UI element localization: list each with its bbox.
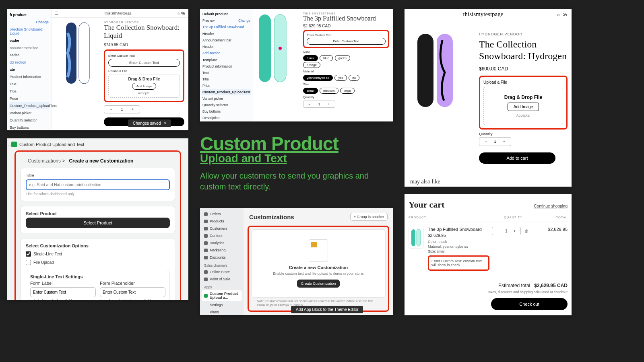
size-large[interactable]: large bbox=[340, 88, 355, 94]
add-to-cart-button[interactable]: Add to cart bbox=[479, 152, 555, 164]
cart-icon[interactable]: 🛍 bbox=[181, 11, 185, 15]
search-icon[interactable]: ⌕ bbox=[557, 12, 560, 17]
nav-app[interactable]: Custom Product Upload a... bbox=[202, 290, 242, 301]
qty-stepper[interactable]: −1+ bbox=[492, 227, 521, 235]
qty-minus[interactable]: − bbox=[497, 229, 499, 233]
qty-plus[interactable]: + bbox=[503, 140, 505, 144]
default-product: Default product bbox=[202, 10, 251, 17]
block-title[interactable]: Title bbox=[202, 76, 251, 82]
custom-text-input[interactable]: Enter Custom Text bbox=[108, 59, 180, 67]
block-text[interactable]: Text bbox=[9, 80, 50, 88]
continue-shopping-link[interactable]: Continue shopping bbox=[534, 204, 568, 208]
block-price[interactable]: Price bbox=[9, 95, 50, 102]
nav-analytics[interactable]: Analytics bbox=[202, 239, 242, 247]
opt-file-upload-check[interactable] bbox=[26, 260, 31, 265]
select-product-button[interactable]: Select Product bbox=[26, 218, 170, 228]
nav-plans[interactable]: Plans bbox=[202, 309, 242, 315]
qty-stepper[interactable]: −1+ bbox=[104, 105, 140, 113]
qty-minus[interactable]: − bbox=[110, 107, 112, 111]
block-productinfo[interactable]: Product information bbox=[202, 63, 251, 70]
add-block[interactable]: Add block bbox=[202, 121, 251, 121]
block-variant[interactable]: Variant picker bbox=[202, 95, 251, 102]
color-green[interactable]: green bbox=[335, 55, 350, 61]
block-qty[interactable]: Quantity selector bbox=[9, 117, 50, 124]
announcement-bar[interactable]: Announcement bar bbox=[202, 37, 251, 43]
close-icon[interactable]: × bbox=[164, 121, 167, 125]
qty-minus[interactable]: − bbox=[485, 140, 487, 144]
custom-text-input[interactable]: Enter Custom Text bbox=[307, 38, 386, 45]
qty-plus[interactable]: + bbox=[513, 229, 516, 233]
menu-icon[interactable]: ☰ bbox=[55, 11, 58, 15]
opt-single-line[interactable]: Single-Line Text bbox=[26, 250, 170, 258]
svg-rect-1 bbox=[79, 23, 89, 84]
material-label: Material bbox=[303, 70, 389, 73]
opt-single-line-check[interactable] bbox=[26, 251, 31, 257]
qty-stepper[interactable]: −1+ bbox=[303, 101, 335, 108]
block-price[interactable]: Price bbox=[202, 82, 251, 89]
announcement-bar[interactable]: nnouncement bar bbox=[9, 44, 50, 51]
nav-marketing[interactable]: Marketing bbox=[202, 247, 242, 254]
block-qty[interactable]: Quantity selector bbox=[202, 102, 251, 108]
nav-settings[interactable]: Settings bbox=[202, 301, 242, 309]
block-buy[interactable]: Buy buttons bbox=[9, 124, 50, 130]
nav-discounts[interactable]: Discounts bbox=[202, 254, 242, 261]
add-image-button[interactable]: Add Image bbox=[132, 83, 157, 90]
create-customization-button[interactable]: Create Customization bbox=[297, 280, 340, 288]
preview-name[interactable]: The 3p Fulfilled Snowboard bbox=[202, 24, 251, 30]
nav-pos[interactable]: Point of Sale bbox=[202, 276, 242, 283]
qty-minus[interactable]: − bbox=[309, 102, 311, 106]
dropzone[interactable]: Drag & Drop File Add Image Accepts: bbox=[108, 74, 180, 98]
group-button[interactable]: + Group in another bbox=[350, 213, 388, 221]
form-placeholder-input[interactable] bbox=[100, 287, 165, 297]
discounts-icon bbox=[204, 256, 208, 259]
size-small[interactable]: small bbox=[303, 88, 318, 94]
nav-content[interactable]: Content bbox=[202, 232, 242, 239]
options-header: Select Customization Options bbox=[26, 243, 170, 248]
block-desc[interactable]: Description bbox=[202, 115, 251, 121]
block-productinfo[interactable]: Product information bbox=[9, 73, 50, 80]
sidebar-p2: Default product PreviewChange The 3p Ful… bbox=[200, 9, 253, 121]
change-link[interactable]: Change bbox=[9, 19, 50, 26]
title-input[interactable] bbox=[26, 179, 170, 190]
change-link[interactable]: Change bbox=[238, 19, 250, 23]
item-price: $2,629.95 bbox=[428, 233, 489, 238]
qty-plus[interactable]: + bbox=[328, 102, 330, 106]
add-section[interactable]: dd section bbox=[9, 59, 50, 66]
material-1[interactable]: yes bbox=[334, 75, 347, 81]
material-0[interactable]: yesnomaybe so bbox=[303, 75, 333, 81]
material-2[interactable]: no bbox=[349, 75, 359, 81]
qty-stepper[interactable]: −1+ bbox=[479, 137, 511, 146]
dropzone[interactable]: Drag & Drop File Add Image Accepts: bbox=[483, 87, 563, 125]
item-title[interactable]: The 3p Fulfilled Snowboard bbox=[428, 227, 489, 232]
product-title: The Collection Snowboard: Liquid bbox=[104, 24, 184, 40]
nav-products[interactable]: Products bbox=[202, 218, 242, 225]
opt-file-upload[interactable]: File Upload bbox=[26, 258, 170, 267]
crumb-root[interactable]: Customizations bbox=[28, 158, 61, 164]
checkout-button[interactable]: Check out bbox=[491, 298, 568, 310]
search-icon[interactable]: ⌕ bbox=[178, 11, 180, 15]
block-title[interactable]: Title bbox=[9, 88, 50, 95]
trash-icon[interactable]: 🗑 bbox=[524, 229, 528, 233]
nav-orders[interactable]: Orders bbox=[202, 210, 242, 218]
header-item[interactable]: Header bbox=[202, 43, 251, 50]
nav-customers[interactable]: Customers bbox=[202, 225, 242, 232]
qty-plus[interactable]: + bbox=[132, 107, 134, 111]
block-variant[interactable]: Variant picker bbox=[9, 109, 50, 117]
block-text[interactable]: Text bbox=[202, 70, 251, 76]
nav-online-store[interactable]: Online Store bbox=[202, 268, 242, 276]
color-blue[interactable]: blue bbox=[320, 55, 333, 61]
header-item[interactable]: eader bbox=[9, 51, 50, 59]
form-label-input[interactable] bbox=[30, 287, 96, 297]
cart-icon[interactable]: 🛍 bbox=[562, 12, 567, 17]
pos-icon bbox=[204, 278, 208, 281]
toast-add-block[interactable]: Add App Block to the Theme Editor bbox=[291, 306, 363, 313]
block-custom-upload[interactable]: Custom_Product_UploadText bbox=[202, 89, 251, 95]
block-custom-upload[interactable]: Custom_Product_UploadText bbox=[9, 102, 50, 109]
color-black[interactable]: black bbox=[303, 55, 318, 61]
block-buy[interactable]: Buy buttons bbox=[202, 108, 251, 115]
add-section[interactable]: Add section bbox=[202, 50, 251, 56]
color-orange[interactable]: orange bbox=[303, 62, 320, 68]
size-medium[interactable]: medium bbox=[320, 88, 338, 94]
preview-link[interactable]: ollection Snowboard: Liquid bbox=[9, 26, 50, 37]
add-image-button[interactable]: Add Image bbox=[508, 103, 539, 111]
